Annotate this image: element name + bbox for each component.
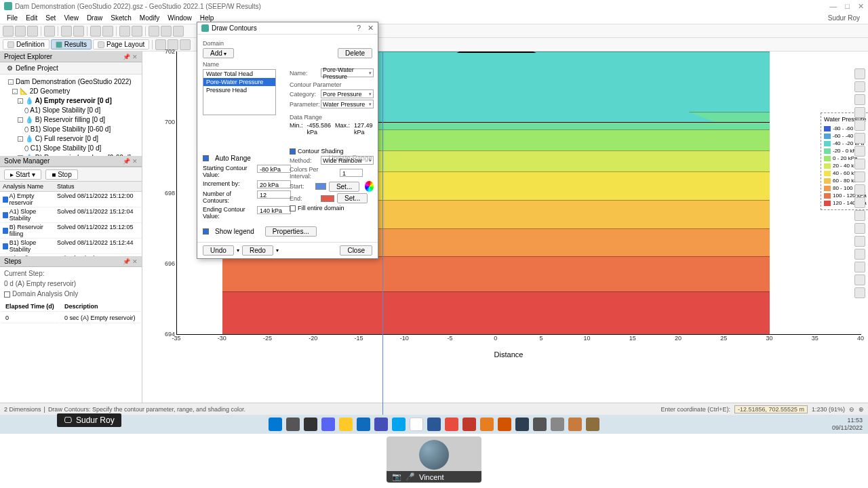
x-axis-label: Distance <box>494 350 524 359</box>
menubar: File Edit Set View Draw Sketch Modify Wi… <box>0 12 868 24</box>
save-icon[interactable] <box>27 26 38 37</box>
dialog-close-button[interactable]: ✕ <box>368 24 374 33</box>
solve-manager-header: Solve Manager📌 ✕ <box>0 156 142 167</box>
discord-icon[interactable] <box>321 418 335 431</box>
redo-button[interactable]: Redo <box>242 245 273 256</box>
results-mode-button[interactable]: Results <box>51 39 92 49</box>
window-controls: — □ ✕ <box>829 2 864 11</box>
steps-panel: Current Step: 0 d (A) Empty reservoir) D… <box>0 267 142 403</box>
mic-muted-icon: 🎤 <box>406 472 415 481</box>
new-icon[interactable] <box>3 26 14 37</box>
dialog-titlebar[interactable]: Draw Contours ?✕ <box>197 22 378 35</box>
solve-list[interactable]: Analysis NameStatus A) Empty reservoirSo… <box>0 182 142 256</box>
contour-list[interactable]: Water Total HeadPore-Water PressurePress… <box>203 69 276 115</box>
taskview-icon[interactable] <box>304 418 317 431</box>
zoom-in-button[interactable]: ⊕ <box>859 406 864 413</box>
properties-button[interactable]: Properties... <box>265 226 317 237</box>
menu-file[interactable]: File <box>3 14 22 22</box>
define-project-bar[interactable]: ⚙Define Project <box>0 62 142 75</box>
pdf-icon[interactable] <box>462 418 476 431</box>
refresh-icon[interactable] <box>132 26 142 37</box>
definition-mode-button[interactable]: Definition <box>3 39 50 49</box>
parameter-select[interactable]: Water Pressure <box>321 100 374 108</box>
avatar <box>419 440 449 470</box>
name-field[interactable]: Pore-Water Pressure <box>321 68 374 77</box>
minimize-button[interactable]: — <box>829 2 837 11</box>
left-panel: Project Explorer📌 ✕ ⚙Define Project -Dam… <box>0 52 142 403</box>
rt-icon[interactable] <box>854 68 865 79</box>
ppt-icon[interactable] <box>498 418 511 431</box>
menu-edit[interactable]: Edit <box>22 14 41 22</box>
end-set-button[interactable]: Set... <box>337 193 368 203</box>
toolbar-mode: Definition Results Page Layout <box>0 38 868 52</box>
taskbar-clock[interactable]: 11:5309/11/2022 <box>832 417 863 432</box>
close-button[interactable]: Close <box>340 245 372 256</box>
edge-icon[interactable] <box>392 418 406 431</box>
add-button[interactable]: Add <box>203 48 234 58</box>
app-icon-4[interactable] <box>586 418 599 431</box>
color-wheel-icon[interactable] <box>365 181 374 192</box>
menu-draw[interactable]: Draw <box>83 14 106 22</box>
cpi-input[interactable]: 1 <box>340 169 363 177</box>
copy-icon[interactable] <box>61 26 72 37</box>
zoom-window-icon[interactable] <box>119 26 130 37</box>
app-icon-2[interactable] <box>445 418 458 431</box>
delete-button[interactable]: Delete <box>338 48 372 58</box>
mode-icon-3[interactable] <box>180 39 191 50</box>
ecv-input[interactable]: 140 kPa <box>257 206 291 214</box>
steam-icon[interactable] <box>515 418 529 431</box>
menu-sketch[interactable]: Sketch <box>106 14 136 22</box>
zoom-out-button[interactable]: ⊖ <box>849 406 854 413</box>
dialog-icon <box>201 24 209 32</box>
app-icon-1[interactable] <box>427 418 441 431</box>
steps-header: Steps📌 ✕ <box>0 256 142 267</box>
solve-stop-button[interactable]: ■ Stop <box>45 169 78 180</box>
vlc-icon[interactable] <box>480 418 494 431</box>
undo-icon[interactable] <box>90 26 101 37</box>
scv-input[interactable]: -80 kPa <box>257 165 291 173</box>
menu-help[interactable]: Help <box>196 14 218 22</box>
chrome-icon[interactable] <box>410 418 423 431</box>
participant-tile[interactable]: 📷🎤Vincent <box>387 436 481 483</box>
toolbar-main <box>0 24 868 38</box>
solve-start-button[interactable]: ▸ Start ▾ <box>4 169 41 180</box>
project-tree[interactable]: -Dam Demonstration (GeoStudio 2022) -📐 2… <box>0 75 142 156</box>
close-window-button[interactable]: ✕ <box>858 2 864 11</box>
windows-taskbar[interactable]: 11:5309/11/2022 <box>0 415 868 434</box>
menu-modify[interactable]: Modify <box>136 14 163 22</box>
start-set-button[interactable]: Set... <box>329 182 359 192</box>
window-title: Dam Demonstration (GeoStudio 2022).gsz -… <box>15 3 261 10</box>
coord-input[interactable]: -12.51856, 702.55525 m <box>734 405 808 413</box>
xy-icon[interactable] <box>161 26 172 37</box>
teams-icon[interactable] <box>374 418 388 431</box>
undo-button[interactable]: Undo <box>203 245 234 256</box>
obs-icon[interactable] <box>533 418 547 431</box>
noc-input[interactable]: 12 <box>257 190 291 199</box>
method-select[interactable]: Wide Rainbow <box>321 156 374 165</box>
angle-icon[interactable] <box>173 26 184 37</box>
paste-icon[interactable] <box>73 26 84 37</box>
user-label: Sudur Roy <box>824 14 865 22</box>
pagelayout-mode-button[interactable]: Page Layout <box>93 39 149 49</box>
inc-input[interactable]: 20 kPa <box>257 180 291 188</box>
statusbar: 2 Dimensions| Draw Contours: Specify the… <box>0 403 868 415</box>
dialog-help-button[interactable]: ? <box>357 24 361 33</box>
sublime-icon[interactable] <box>568 418 582 431</box>
search-icon[interactable] <box>286 418 300 431</box>
menu-view[interactable]: View <box>60 14 83 22</box>
menu-window[interactable]: Window <box>163 14 196 22</box>
window-titlebar: Dam Demonstration (GeoStudio 2022).gsz -… <box>0 0 868 12</box>
outlook-icon[interactable] <box>357 418 370 431</box>
category-select[interactable]: Pore Pressure <box>321 89 374 98</box>
maximize-button[interactable]: □ <box>845 2 850 11</box>
start-icon[interactable] <box>269 418 282 431</box>
zoom-indicator[interactable]: 1:230 (91%) <box>812 406 845 413</box>
app-icon-3[interactable] <box>551 418 564 431</box>
menu-set[interactable]: Set <box>41 14 60 22</box>
select-icon[interactable] <box>149 26 159 37</box>
pin-icon[interactable]: 📌 ✕ <box>123 54 138 60</box>
open-icon[interactable] <box>15 26 26 37</box>
explorer-icon[interactable] <box>339 418 353 431</box>
print-icon[interactable] <box>44 26 55 37</box>
redo-icon[interactable] <box>102 26 113 37</box>
